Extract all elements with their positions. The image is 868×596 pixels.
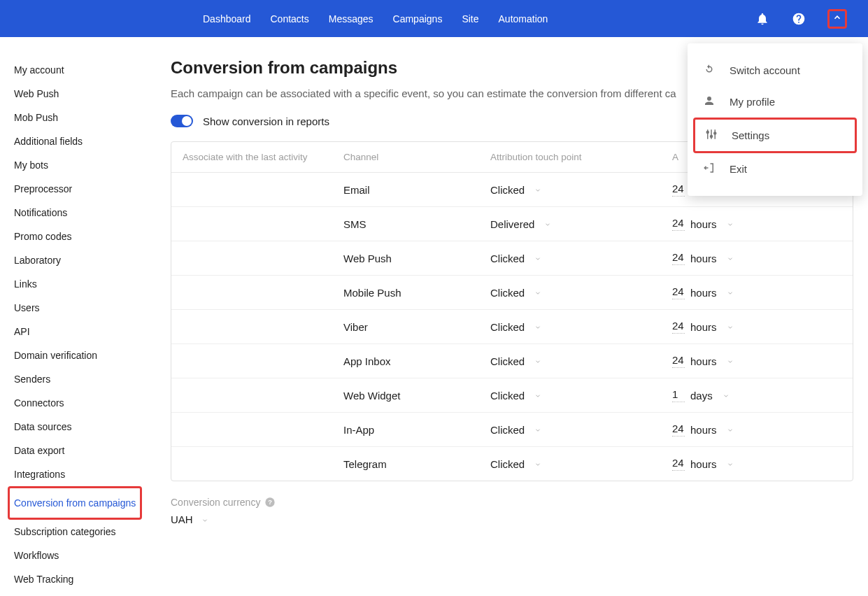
sidebar-item-preprocessor[interactable]: Preprocessor: [14, 177, 154, 201]
sidebar-item-users[interactable]: Users: [14, 296, 154, 320]
window-unit: hours: [690, 355, 717, 367]
sidebar-item-my-bots[interactable]: My bots: [14, 153, 154, 177]
chevron-down-icon: [727, 323, 734, 330]
touchpoint-select[interactable]: Clicked: [490, 424, 672, 436]
sidebar-item-subscription-categories[interactable]: Subscription categories: [14, 520, 154, 544]
table-row: Web PushClicked24 hours: [171, 241, 853, 276]
dropdown-switch-account[interactable]: Switch account: [693, 55, 857, 86]
row-channel: SMS: [343, 218, 490, 230]
chevron-down-icon: [534, 392, 541, 399]
sidebar-item-data-sources[interactable]: Data sources: [14, 415, 154, 439]
chevron-down-icon: [727, 426, 734, 433]
sidebar-item-laboratory[interactable]: Laboratory: [14, 248, 154, 272]
touchpoint-select[interactable]: Clicked: [490, 321, 672, 333]
sidebar-item-connectors[interactable]: Connectors: [14, 391, 154, 415]
attribution-window[interactable]: 24 hours: [672, 285, 841, 299]
user-icon: [703, 94, 716, 109]
chevron-down-icon: [727, 460, 734, 467]
touchpoint-select[interactable]: Clicked: [490, 184, 672, 196]
dropdown-exit[interactable]: Exit: [693, 153, 857, 185]
th-touchpoint: Attribution touch point: [490, 152, 672, 162]
help-circle-icon[interactable]: ?: [264, 497, 276, 508]
nav-messages[interactable]: Messages: [329, 13, 373, 24]
chevron-down-icon: [727, 255, 734, 262]
dropdown-item-label: Switch account: [730, 64, 800, 76]
refresh-icon: [703, 63, 716, 78]
touchpoint-value: Clicked: [490, 390, 525, 402]
window-number: 24: [672, 320, 685, 334]
row-channel: Mobile Push: [343, 287, 490, 299]
dropdown-item-label: Settings: [732, 129, 769, 141]
window-unit: days: [690, 390, 713, 402]
help-icon[interactable]: [791, 11, 806, 27]
sidebar-item-data-export[interactable]: Data export: [14, 439, 154, 462]
touchpoint-select[interactable]: Clicked: [490, 287, 672, 299]
row-channel: App Inbox: [343, 355, 490, 367]
chevron-up-icon: [832, 13, 842, 25]
row-channel: Email: [343, 184, 490, 196]
bell-icon[interactable]: [755, 11, 770, 27]
chevron-down-icon: [534, 426, 541, 433]
table-row: App InboxClicked24 hours: [171, 344, 853, 378]
chevron-down-icon: [534, 460, 541, 467]
attribution-window[interactable]: 24 hours: [672, 423, 841, 437]
sidebar-item-mob-push[interactable]: Mob Push: [14, 106, 154, 129]
nav-automation[interactable]: Automation: [499, 13, 548, 24]
window-number: 24: [672, 251, 685, 265]
chevron-down-icon: [727, 289, 734, 296]
touchpoint-select[interactable]: Delivered: [490, 218, 672, 230]
window-unit: hours: [690, 458, 717, 470]
touchpoint-value: Clicked: [490, 184, 525, 196]
sidebar-item-senders[interactable]: Senders: [14, 367, 154, 391]
attribution-window[interactable]: 24 hours: [672, 320, 841, 334]
window-number: 24: [672, 457, 685, 471]
window-number: 24: [672, 183, 685, 197]
svg-point-4: [711, 136, 713, 138]
attribution-window[interactable]: 1 days: [672, 388, 841, 402]
sidebar-item-links[interactable]: Links: [14, 272, 154, 296]
attribution-window[interactable]: 24 hours: [672, 457, 841, 471]
sidebar-item-promo-codes[interactable]: Promo codes: [14, 225, 154, 248]
currency-select[interactable]: UAH: [171, 513, 853, 525]
window-unit: hours: [690, 424, 717, 436]
nav-dashboard[interactable]: Dashboard: [203, 13, 251, 24]
sidebar-item-api[interactable]: API: [14, 320, 154, 343]
row-channel: Web Widget: [343, 390, 490, 402]
touchpoint-value: Clicked: [490, 287, 525, 299]
window-number: 24: [672, 217, 685, 231]
attribution-window[interactable]: 24 hours: [672, 217, 841, 231]
window-unit: hours: [690, 218, 717, 230]
sidebar-item-workflows[interactable]: Workflows: [14, 544, 154, 567]
sidebar-item-web-tracking[interactable]: Web Tracking: [14, 567, 154, 591]
dropdown-my-profile[interactable]: My profile: [693, 86, 857, 118]
sidebar-item-additional-fields[interactable]: Additional fields: [14, 129, 154, 153]
sidebar-item-notifications[interactable]: Notifications: [14, 201, 154, 225]
window-number: 24: [672, 354, 685, 368]
touchpoint-select[interactable]: Clicked: [490, 390, 672, 402]
chevron-down-icon: [201, 516, 208, 523]
sidebar-item-my-account[interactable]: My account: [14, 58, 154, 82]
account-menu-toggle[interactable]: [827, 9, 847, 29]
top-navigation: Dashboard Contacts Messages Campaigns Si…: [0, 0, 868, 37]
window-unit: hours: [690, 321, 717, 333]
chevron-down-icon: [534, 357, 541, 364]
sidebar-item-domain-verification[interactable]: Domain verification: [14, 343, 154, 367]
attribution-window[interactable]: 24 hours: [672, 354, 841, 368]
nav-campaigns[interactable]: Campaigns: [393, 13, 443, 24]
show-conversion-toggle[interactable]: [171, 115, 193, 127]
nav-site[interactable]: Site: [462, 13, 478, 24]
nav-contacts[interactable]: Contacts: [271, 13, 309, 24]
dropdown-settings[interactable]: Settings: [693, 118, 857, 153]
sidebar-item-integrations[interactable]: Integrations: [14, 462, 154, 486]
touchpoint-select[interactable]: Clicked: [490, 253, 672, 264]
chevron-down-icon: [534, 323, 541, 330]
table-row: ViberClicked24 hours: [171, 310, 853, 344]
sidebar-item-web-push[interactable]: Web Push: [14, 82, 154, 106]
chevron-down-icon: [727, 357, 734, 364]
account-dropdown: Switch account My profile Settings Exit: [688, 43, 862, 196]
currency-section: Conversion currency ? UAH: [171, 497, 853, 525]
attribution-window[interactable]: 24 hours: [672, 251, 841, 265]
sidebar-item-conversion-from-campaigns[interactable]: Conversion from campaigns: [14, 491, 136, 515]
touchpoint-select[interactable]: Clicked: [490, 458, 672, 470]
touchpoint-select[interactable]: Clicked: [490, 355, 672, 367]
